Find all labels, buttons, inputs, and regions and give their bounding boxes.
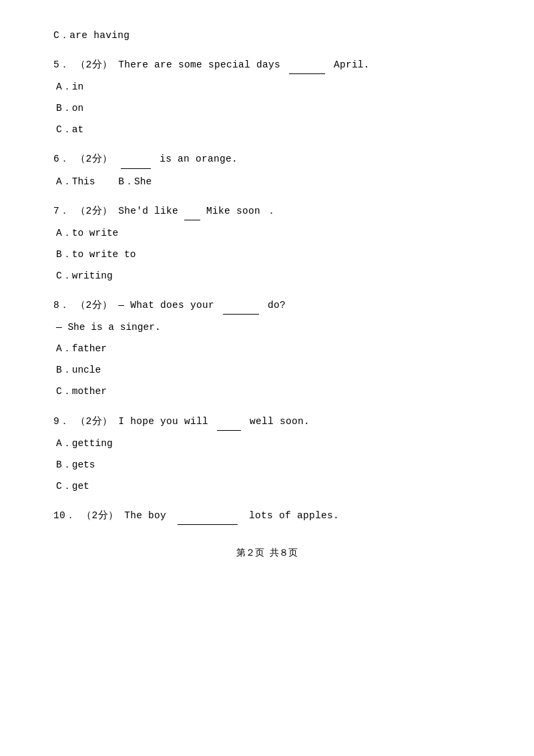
question-9-content: I hope you will [118,416,208,427]
question-7-option-a: A．to write [53,224,481,242]
question-8-content: — What does your [118,300,214,311]
page-footer-text: 第２页 共８页 [236,548,298,558]
question-8-suffix: do? [268,300,286,311]
question-10-content: The boy [124,510,166,521]
question-5-text: 5． （2分） There are some special days Apri… [53,56,481,74]
question-8-option-c: C．mother [53,383,481,400]
question-7-blank [184,202,200,220]
question-9-blank [217,413,241,431]
page-footer: 第２页 共８页 [53,545,481,562]
question-5-blank [289,56,325,74]
question-7: 7． （2分） She'd like Mike soon ． A．to writ… [53,202,481,285]
question-10-points: （2分） [81,510,118,521]
question-6-blank [121,150,151,168]
question-9: 9． （2分） I hope you will well soon. A．get… [53,413,481,495]
question-6-text: 6． （2分） is an orange. [53,150,481,168]
question-6-options-inline: A．This B．She [53,173,481,190]
question-8-number: 8． [53,300,69,311]
question-10: 10． （2分） The boy lots of apples. [53,507,481,525]
question-5-number: 5． [53,59,69,70]
question-7-suffix: Mike soon ． [206,206,276,216]
question-10-text: 10． （2分） The boy lots of apples. [53,507,481,525]
question-6-number: 6． [53,154,69,164]
question-8-response: — She is a singer. [53,319,481,336]
question-9-number: 9． [53,416,69,427]
question-6-content: is an orange. [160,154,238,164]
question-8-option-b: B．uncle [53,361,481,379]
question-8-text: 8． （2分） — What does your do? [53,297,481,315]
question-7-option-b: B．to write to [53,246,481,263]
option-c-prev: C．are having [53,27,481,44]
question-7-content: She'd like [118,206,184,216]
question-9-text: 9． （2分） I hope you will well soon. [53,413,481,431]
question-9-option-b: B．gets [53,456,481,474]
question-8-blank [223,297,259,315]
question-10-blank [178,507,238,525]
question-7-points: （2分） [75,206,112,216]
question-10-number: 10． [53,510,75,521]
question-5-option-b: B．on [53,100,481,117]
question-6-option-a: A．This B．She [56,176,152,187]
question-6: 6． （2分） is an orange. A．This B．She [53,150,481,190]
question-7-option-c: C．writing [53,267,481,285]
question-5-option-c: C．at [53,121,481,138]
question-9-option-a: A．getting [53,435,481,452]
question-8-points: （2分） [75,300,112,311]
question-8: 8． （2分） — What does your do? — She is a … [53,297,481,400]
question-10-suffix: lots of apples. [249,510,339,521]
question-9-suffix: well soon. [250,416,310,427]
question-5: 5． （2分） There are some special days Apri… [53,56,481,138]
question-5-suffix: April. [334,59,370,70]
question-7-number: 7． [53,206,69,216]
prev-c-option: C．are having [53,27,481,44]
question-5-content: There are some special days [118,59,280,70]
question-9-option-c: C．get [53,478,481,495]
question-8-option-a: A．father [53,340,481,357]
question-5-points: （2分） [75,59,112,70]
question-5-option-a: A．in [53,78,481,96]
question-6-points: （2分） [75,154,112,164]
question-7-text: 7． （2分） She'd like Mike soon ． [53,202,481,220]
question-9-points: （2分） [75,416,112,427]
